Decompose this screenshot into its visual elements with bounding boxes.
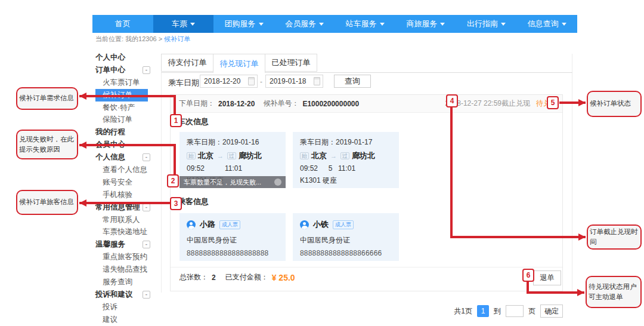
tab-pending-payment[interactable]: 待支付订单 [161, 54, 213, 72]
order-footer-divider [171, 267, 562, 267]
sidebar-header-member-center[interactable]: 会员中心 [95, 139, 148, 151]
sidebar-label: 查看个人信息 [103, 165, 147, 175]
sidebar-item-account-security[interactable]: 账号安全 [95, 176, 148, 189]
order-summary: 总张数： 2 已支付金额： ¥ 25.0 [179, 272, 295, 282]
collapse-icon[interactable]: - [143, 291, 150, 299]
nav-member[interactable]: 会员服务 [274, 15, 335, 33]
sidebar-header-warm-service[interactable]: 温馨服务- [95, 238, 148, 251]
nav-info-query[interactable]: 信息查询 [516, 15, 577, 33]
sidebar-header-complaints[interactable]: 投诉和建议- [95, 288, 148, 301]
ride-date-value: 2019-01-17 [336, 138, 372, 146]
annotation-marker-1: 1 [170, 114, 182, 127]
nav-home[interactable]: 首页 [92, 15, 153, 33]
date-to-field[interactable] [265, 75, 323, 88]
date-to-input[interactable] [268, 76, 314, 86]
breadcrumb-current-link[interactable]: 候补订单 [164, 35, 190, 42]
sidebar-item-service-query[interactable]: 服务查询 [95, 276, 148, 288]
page: 首页 车票 团购服务 会员服务 站车服务 商旅服务 出行指南 信息查询 当前位置… [0, 0, 644, 326]
id-number: 88888888888888888888 [187, 249, 278, 257]
nav-tickets[interactable]: 车票 [153, 15, 214, 33]
sidebar-item-key-passenger[interactable]: 重点旅客预约 [95, 251, 148, 263]
callout-deadline-time: 订单截止兑现时间 [587, 224, 642, 250]
date-from-field[interactable] [200, 75, 258, 88]
collapse-icon[interactable]: - [143, 153, 150, 161]
route-arrow-icon: → [217, 152, 224, 159]
nav-label: 团购服务 [225, 19, 256, 29]
top-nav: 首页 车票 团购服务 会员服务 站车服务 商旅服务 出行指南 信息查询 [92, 15, 577, 33]
passenger-name: 小铁 [313, 219, 329, 230]
sidebar-item-view-personal-info[interactable]: 查看个人信息 [95, 164, 148, 176]
sidebar-header-common-info[interactable]: 常用信息管理- [95, 201, 148, 214]
sidebar-item-delivery-address[interactable]: 车票快递地址 [95, 226, 148, 238]
sidebar-item-waitlist-orders[interactable]: 候补订单 [95, 89, 148, 102]
confirm-page-button[interactable]: 确定 [540, 305, 563, 318]
sidebar-item-train-orders[interactable]: 火车票订单 [95, 76, 148, 89]
departure-time: 09:52 [300, 164, 326, 173]
departure-time: 09:52 [187, 164, 213, 173]
page-total: 共1页 [454, 306, 472, 316]
passenger-avatar-icon [300, 220, 309, 229]
page-number-button[interactable]: 1 [477, 305, 489, 317]
sidebar-label: 重点旅客预约 [103, 252, 147, 262]
search-button[interactable]: 查询 [334, 75, 371, 88]
sidebar-item-suggestion[interactable]: 建议 [95, 313, 148, 326]
paid-amount-value: ¥ 25.0 [272, 273, 295, 282]
sidebar-item-dining[interactable]: 餐饮·特产 [95, 102, 148, 114]
sidebar-label: 个人信息 [95, 152, 125, 162]
collapse-icon[interactable]: - [143, 204, 150, 211]
tab-label: 已处理订单 [272, 57, 311, 68]
sidebar-header-personal-info[interactable]: 个人信息- [95, 151, 148, 164]
tab-label: 待兑现订单 [220, 59, 259, 69]
ride-date-label: 乘车日期： [187, 138, 222, 146]
sidebar-label: 常用信息管理 [95, 202, 140, 213]
ride-date-value: 2019-01-16 [222, 138, 259, 146]
calendar-icon[interactable] [314, 77, 320, 85]
origin-station: 北京 [311, 151, 327, 160]
sidebar-header-personal-center[interactable]: 个人中心 [95, 51, 148, 64]
passenger-card: 小铁 成人票 中国居民身份证 88888888888888866666 [293, 213, 399, 261]
sidebar-label: 订单中心 [95, 65, 125, 75]
tab-processed[interactable]: 已处理订单 [265, 54, 317, 72]
tab-pending-fulfillment[interactable]: 待兑现订单 [213, 54, 265, 73]
collapse-icon[interactable]: - [143, 241, 150, 248]
via-tag: 过 [227, 152, 236, 159]
sidebar-label: 投诉 [103, 302, 117, 312]
total-count-value: 2 [212, 273, 216, 282]
passenger-avatar-icon [187, 220, 196, 229]
sidebar-item-lost-found[interactable]: 遗失物品查找 [95, 263, 148, 276]
failure-reason-tooltip: 车票数量不足，兑现失败... [179, 176, 286, 188]
chevron-down-icon [440, 23, 445, 26]
content-frame-left-border [161, 73, 162, 293]
nav-label: 站车服务 [346, 19, 377, 29]
nav-guide[interactable]: 出行指南 [456, 15, 517, 33]
sidebar-item-contacts[interactable]: 常用联系人 [95, 214, 148, 226]
sidebar-label: 车票快递地址 [103, 227, 147, 237]
waitlist-order-card: 下单日期： 2018-12-20 候补单号： E1000200000000 20… [170, 94, 563, 291]
callout-passenger-info: 候补订单旅客信息 [16, 190, 78, 215]
via-tag: 过 [340, 152, 349, 159]
sidebar-label: 会员中心 [95, 140, 125, 150]
chevron-down-icon [562, 23, 566, 26]
goto-page-input[interactable] [506, 305, 524, 317]
goto-label: 到 [494, 306, 501, 316]
annotation-marker-5: 5 [547, 96, 559, 109]
annotation-marker-2: 2 [167, 174, 179, 187]
calendar-icon[interactable] [248, 77, 255, 85]
sidebar-item-phone-verify[interactable]: 手机核验 [95, 189, 148, 201]
date-from-input[interactable] [203, 76, 248, 86]
sidebar-header-order-center[interactable]: 订单中心- [95, 64, 148, 76]
waitlist-no-value: E1000200000000 [302, 100, 359, 108]
tooltip-more-icon[interactable] [274, 179, 281, 186]
nav-station[interactable]: 站车服务 [335, 15, 396, 33]
sidebar: 个人中心 订单中心- 火车票订单 候补订单 餐饮·特产 保险订单 我的行程 会员… [95, 51, 148, 326]
collapse-icon[interactable]: - [143, 66, 150, 74]
refund-button[interactable]: 退单 [533, 270, 561, 285]
sidebar-item-insurance-orders[interactable]: 保险订单 [95, 113, 148, 126]
train-card: 乘车日期：2019-01-16 始北京→过廊坊北 09:5211:01 K130… [179, 132, 286, 188]
sidebar-item-complaint[interactable]: 投诉 [95, 301, 148, 313]
sidebar-header-my-trips[interactable]: 我的行程 [95, 126, 148, 139]
sidebar-label: 候补订单 [103, 90, 132, 100]
nav-group-buy[interactable]: 团购服务 [213, 15, 274, 33]
nav-business[interactable]: 商旅服务 [395, 15, 456, 33]
chevron-down-icon [259, 23, 264, 26]
